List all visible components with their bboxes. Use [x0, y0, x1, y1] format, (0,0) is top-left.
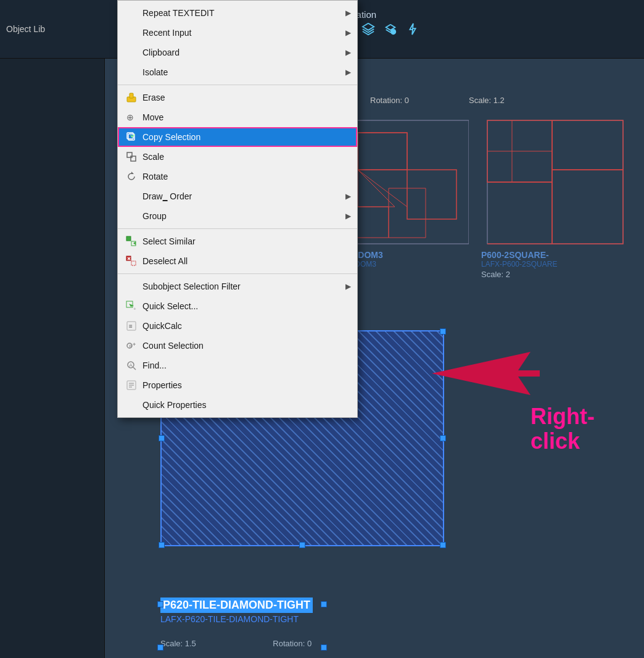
svg-rect-19	[127, 152, 132, 157]
repeat-textedit-label: Repeat TEXTEDIT	[142, 8, 347, 18]
recent-input-label: Recent Input	[142, 28, 347, 38]
quickcalc-icon: ≡	[125, 320, 138, 332]
draw-order-arrow: ▶	[345, 192, 351, 201]
left-sidebar	[0, 59, 105, 658]
svg-rect-4	[358, 133, 407, 170]
menu-item-group[interactable]: Group ▶	[118, 206, 357, 226]
quick-properties-icon	[125, 399, 138, 411]
menu-item-rotate[interactable]: Rotate	[118, 167, 357, 186]
move-icon: ⊕	[125, 111, 138, 123]
p620-handle-bl	[157, 601, 163, 607]
svg-text:#: #	[129, 343, 132, 349]
cad-drawing-random3	[339, 114, 469, 330]
find-icon: A	[125, 359, 138, 372]
menu-item-move[interactable]: ⊕ Move	[118, 107, 357, 127]
menu-item-find[interactable]: A Find...	[118, 356, 357, 375]
quickcalc-label: QuickCalc	[142, 321, 347, 331]
menu-item-draw-order[interactable]: Draw_ Order ▶	[118, 186, 357, 206]
svg-rect-20	[131, 156, 136, 161]
svg-text:⊕: ⊕	[126, 112, 134, 122]
menu-item-copy-selection[interactable]: Copy Selection	[118, 127, 357, 147]
menu-item-repeat-textedit[interactable]: Repeat TEXTEDIT ▶	[118, 3, 357, 23]
menu-item-subobject-filter[interactable]: Subobject Selection Filter ▶	[118, 277, 357, 296]
menu-item-scale[interactable]: Scale	[118, 147, 357, 167]
layer-freeze-icon[interactable]	[403, 19, 423, 39]
find-label: Find...	[142, 360, 347, 370]
count-selection-label: Count Selection	[142, 341, 347, 351]
clipboard-icon	[125, 46, 138, 59]
rotation-label-1: Rotation: 0	[370, 96, 409, 105]
handle-tr	[440, 328, 446, 335]
toolbar-title: Object Lib	[6, 24, 45, 34]
svg-text:A: A	[129, 362, 133, 369]
isolate-arrow: ▶	[345, 68, 351, 77]
cad-drawing-p600	[481, 114, 629, 330]
count-selection-icon: # +	[125, 339, 138, 352]
menu-item-erase[interactable]: Erase	[118, 88, 357, 107]
clipboard-arrow: ▶	[345, 48, 351, 57]
right-click-annotation: Right-click	[530, 404, 595, 453]
menu-item-isolate[interactable]: Isolate ▶	[118, 62, 357, 82]
menu-item-count-selection[interactable]: # + Count Selection	[118, 336, 357, 356]
menu-item-quickcalc[interactable]: ≡ QuickCalc	[118, 316, 357, 336]
svg-marker-13	[432, 352, 540, 395]
recent-input-icon	[125, 27, 138, 39]
menu-item-select-similar[interactable]: Select Similar	[118, 231, 357, 251]
scale-label: Scale	[142, 152, 347, 162]
subobject-filter-icon	[125, 280, 138, 293]
menu-item-clipboard[interactable]: Clipboard ▶	[118, 43, 357, 62]
menu-item-deselect-all[interactable]: Deselect All	[118, 251, 357, 271]
deselect-all-label: Deselect All	[142, 256, 347, 266]
svg-rect-6	[407, 170, 456, 219]
draw-order-label: Draw_ Order	[142, 191, 347, 201]
svg-marker-21	[131, 172, 134, 174]
copy-selection-label: Copy Selection	[142, 132, 347, 142]
select-similar-icon	[125, 235, 138, 248]
svg-text:+: +	[133, 341, 136, 348]
layers-icon[interactable]	[358, 19, 378, 39]
svg-text:+: +	[133, 306, 136, 312]
subobject-filter-label: Subobject Selection Filter	[142, 281, 347, 291]
separator-1	[118, 85, 357, 85]
svg-text:✓: ✓	[392, 30, 395, 35]
menu-item-quick-select[interactable]: + Quick Select...	[118, 296, 357, 316]
svg-line-38	[133, 367, 136, 370]
handle-mr	[440, 435, 446, 441]
svg-rect-27	[131, 261, 136, 265]
svg-rect-15	[130, 93, 133, 98]
select-similar-label: Select Similar	[142, 236, 347, 246]
draw-order-icon	[125, 190, 138, 202]
recent-input-arrow: ▶	[345, 28, 351, 37]
isolate-label: Isolate	[142, 67, 347, 77]
move-label: Move	[142, 112, 347, 122]
p620-scale-label: Scale: 1.5 Rotation: 0	[160, 638, 312, 649]
isolate-icon	[125, 66, 138, 78]
menu-item-properties[interactable]: Properties	[118, 375, 357, 395]
quick-properties-label: Quick Properties	[142, 400, 347, 410]
scale-icon	[125, 151, 138, 163]
p600-title-label: P600-2SQUARE- LAFX-P600-2SQUARE Scale: 2	[481, 250, 557, 279]
handle-bl	[159, 542, 165, 548]
rotate-label: Rotate	[142, 172, 347, 181]
quick-select-icon: +	[125, 300, 138, 312]
repeat-textedit-icon	[125, 7, 138, 19]
separator-2	[118, 228, 357, 229]
menu-item-recent-input[interactable]: Recent Input ▶	[118, 23, 357, 43]
svg-rect-22	[126, 236, 131, 241]
menu-item-quick-properties[interactable]: Quick Properties	[118, 395, 357, 415]
erase-label: Erase	[142, 93, 347, 102]
repeat-textedit-arrow: ▶	[345, 9, 351, 17]
context-menu: Repeat TEXTEDIT ▶ Recent Input ▶ Clipboa…	[117, 0, 358, 418]
deselect-all-icon	[125, 255, 138, 267]
rotate-icon	[125, 170, 138, 183]
p620-handle-bottom	[321, 644, 327, 651]
subobject-filter-arrow: ▶	[345, 282, 351, 291]
separator-3	[118, 273, 357, 274]
handle-ml	[159, 435, 165, 441]
p620-title-label: P620-TILE-DIAMOND-TIGHT LAFX-P620-TILE-D…	[160, 598, 313, 624]
layer-state-icon[interactable]: ✓	[381, 19, 400, 39]
quick-select-label: Quick Select...	[142, 301, 347, 311]
handle-br	[440, 542, 446, 548]
handle-bm	[299, 542, 305, 548]
clipboard-label: Clipboard	[142, 48, 347, 57]
